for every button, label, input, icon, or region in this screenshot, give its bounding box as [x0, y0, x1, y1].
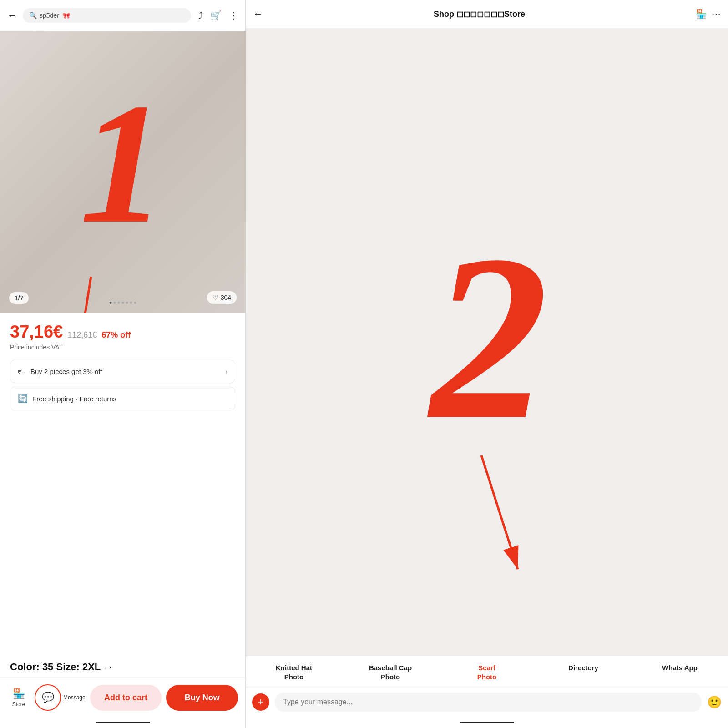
dot-7: [134, 302, 136, 304]
plus-button[interactable]: +: [252, 693, 269, 711]
store-icon-right[interactable]: 🏪: [696, 9, 707, 20]
price-main: 37,16€: [10, 322, 63, 342]
top-nav-right: ← Shop ◻◻◻◻◻◻◻Store 🏪 ⋯: [246, 0, 728, 29]
search-icon: 🔍: [29, 12, 37, 19]
promo-discount-text: Buy 2 pieces get 3% off: [30, 368, 102, 375]
dot-3: [118, 302, 120, 304]
dot-2: [114, 302, 116, 304]
promo-left: 🏷 Buy 2 pieces get 3% off: [18, 367, 102, 376]
promo-shipping-text: Free shipping · Free returns: [32, 395, 116, 403]
dot-6: [130, 302, 132, 304]
product-image-container: 1 1/7 ♡ 304: [0, 31, 246, 313]
right-main-content: 2: [246, 29, 728, 656]
home-bar-left: [96, 722, 150, 723]
product-image-bg: [0, 31, 246, 313]
search-bar[interactable]: 🔍 sp5der 🎀: [23, 8, 191, 23]
discount-badge: 67% off: [101, 330, 131, 340]
spacer: [0, 419, 245, 653]
left-panel: ← 🔍 sp5der 🎀 ⤴ 🛒 ⋮ 1 1/7: [0, 0, 246, 728]
bottom-message-bar: + 🙂: [246, 687, 728, 717]
back-icon[interactable]: ←: [7, 10, 17, 21]
tab-baseball-cap-label: Baseball CapPhoto: [369, 663, 412, 681]
image-likes: ♡ 304: [207, 291, 237, 304]
message-label: Message: [63, 694, 86, 701]
tab-baseball-cap[interactable]: Baseball CapPhoto: [342, 663, 439, 681]
likes-count: 304: [221, 294, 231, 301]
tab-whatsapp[interactable]: Whats App: [632, 663, 728, 681]
share-icon[interactable]: ⤴: [198, 10, 203, 21]
annotation-number-2: 2: [430, 219, 548, 456]
dot-5: [126, 302, 128, 304]
tab-scarf-photo[interactable]: ScarfPhoto: [439, 663, 535, 681]
store-label: Store: [12, 701, 25, 708]
bottom-bar-left: 🏪 Store 💬 Message Add to cart Buy Now: [0, 677, 245, 717]
search-icon-emoji: 🎀: [63, 12, 70, 19]
svg-line-3: [481, 455, 518, 569]
store-icon: 🏪: [13, 688, 25, 700]
promo-shipping-left: 🔄 Free shipping · Free returns: [18, 394, 116, 404]
tab-whatsapp-label: Whats App: [662, 663, 698, 672]
promo-box-shipping: 🔄 Free shipping · Free returns: [10, 387, 235, 410]
shop-title: Shop ◻◻◻◻◻◻◻Store: [268, 9, 691, 19]
shipping-icon: 🔄: [18, 394, 28, 404]
image-dots: [110, 302, 136, 304]
message-icon: 💬: [42, 692, 54, 703]
plus-icon: +: [258, 696, 264, 708]
heart-icon: ♡: [212, 293, 218, 302]
back-button-right[interactable]: ←: [253, 8, 263, 20]
emoji-button[interactable]: 🙂: [707, 695, 722, 709]
message-input[interactable]: [275, 693, 702, 712]
vat-text: Price includes VAT: [10, 344, 235, 351]
promo-box-discount[interactable]: 🏷 Buy 2 pieces get 3% off ›: [10, 360, 235, 383]
arrow-annotation-2: [390, 446, 572, 583]
more-options-icon[interactable]: ⋮: [229, 10, 238, 21]
tab-knitted-hat-label: Knitted HatPhoto: [276, 663, 312, 681]
price-row: 37,16€ 112,61€ 67% off: [10, 322, 235, 342]
tab-scarf-label: ScarfPhoto: [477, 663, 497, 681]
dot-1: [110, 302, 112, 304]
store-button[interactable]: 🏪 Store: [7, 688, 30, 708]
more-icon-right[interactable]: ⋯: [712, 9, 721, 20]
home-indicator-right: [246, 717, 728, 728]
color-size-row[interactable]: Color: 35 Size: 2XL →: [0, 653, 245, 677]
add-to-cart-button[interactable]: Add to cart: [90, 685, 162, 711]
tab-knitted-hat[interactable]: Knitted HatPhoto: [246, 663, 342, 681]
dot-4: [122, 302, 124, 304]
color-size-text: Color: 35 Size: 2XL →: [10, 661, 113, 672]
tab-directory[interactable]: Directory: [535, 663, 632, 681]
home-bar-right: [460, 722, 514, 723]
home-indicator-left: [0, 717, 245, 728]
message-button[interactable]: 💬: [35, 684, 61, 711]
tab-directory-label: Directory: [568, 663, 598, 672]
search-text: sp5der: [40, 12, 59, 19]
product-info: 37,16€ 112,61€ 67% off Price includes VA…: [0, 313, 245, 355]
tag-icon: 🏷: [18, 367, 26, 376]
price-original: 112,61€: [67, 330, 97, 340]
image-counter: 1/7: [9, 292, 29, 304]
promo-arrow-icon: ›: [225, 368, 228, 376]
promo-section: 🏷 Buy 2 pieces get 3% off › 🔄 Free shipp…: [0, 355, 245, 419]
bottom-tabs-right: Knitted HatPhoto Baseball CapPhoto Scarf…: [246, 656, 728, 687]
right-panel: ← Shop ◻◻◻◻◻◻◻Store 🏪 ⋯ 2 Knitted HatPho…: [246, 0, 728, 728]
top-nav-left: ← 🔍 sp5der 🎀 ⤴ 🛒 ⋮: [0, 0, 245, 31]
cart-icon[interactable]: 🛒: [210, 10, 222, 21]
buy-now-button[interactable]: Buy Now: [166, 685, 238, 711]
